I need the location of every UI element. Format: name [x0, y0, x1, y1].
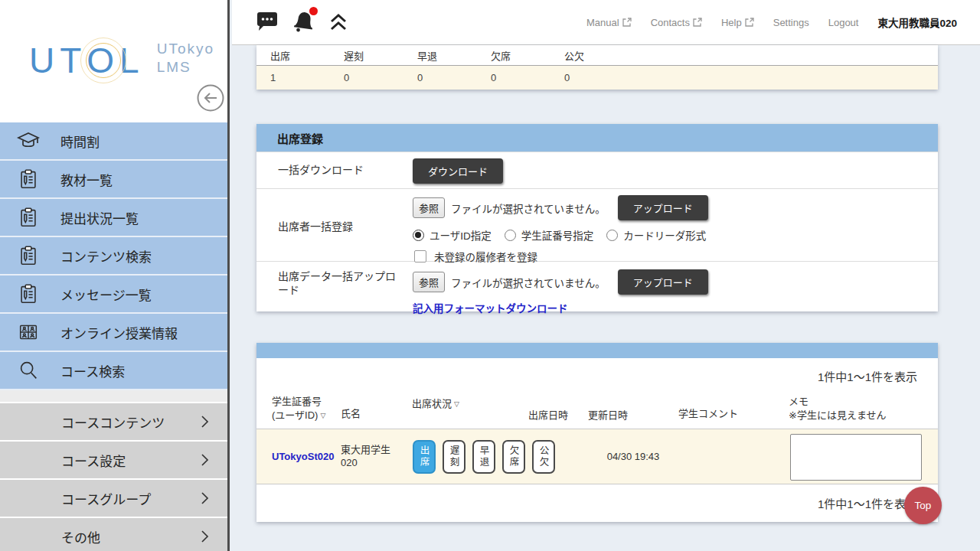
format-download-link[interactable]: 記入用フォーマットダウンロード — [413, 295, 568, 315]
status-button-present[interactable]: 出席 — [413, 440, 436, 474]
external-link-icon — [745, 18, 754, 27]
column-status[interactable]: 出席状況▽ — [412, 395, 528, 429]
summary-values-row: 1 0 0 0 0 — [256, 66, 938, 90]
summary-header-late: 遅刻 — [344, 48, 417, 63]
bulk-download-label: 一括ダウンロード — [256, 152, 413, 188]
column-memo: メモ ※学生には見えません — [789, 395, 938, 429]
radio-user-id[interactable] — [413, 230, 424, 241]
sidebar-item-course-settings[interactable]: コース設定 — [0, 442, 227, 480]
sidebar-item-label: コースグループ — [61, 489, 151, 508]
topbar: Manual Contacts Help Settings — [232, 0, 980, 45]
sidebar-item-online-class-info[interactable]: オンライン授業情報 — [0, 314, 227, 352]
sidebar-item-label: メッセージ一覧 — [60, 285, 152, 304]
help-link-label: Help — [721, 17, 742, 28]
graduation-cap-icon — [16, 129, 41, 152]
search-icon — [16, 359, 41, 382]
radio-student-number-label: 学生証番号指定 — [521, 227, 594, 243]
status-button-early-leave[interactable]: 早退 — [472, 440, 495, 474]
sidebar-item-content-search[interactable]: コンテンツ検索 — [0, 237, 227, 276]
showing-count-bottom: 1件中1〜1件を表示 — [818, 495, 917, 511]
sidebar-item-label: オンライン授業情報 — [60, 323, 178, 342]
section-title: 出席登録 — [277, 130, 323, 146]
topbar-links: Manual Contacts Help Settings — [586, 15, 980, 30]
sidebar: UTOL UTokyo LMS — [0, 0, 230, 551]
table-footer: 1件中1〜1件を表示 — [256, 484, 938, 522]
radio-user-id-label: ユーザID指定 — [430, 227, 492, 243]
upload-button[interactable]: アップロード — [618, 195, 708, 220]
download-button[interactable]: ダウンロード — [413, 158, 503, 184]
settings-link-label: Settings — [773, 17, 809, 28]
status-button-absent[interactable]: 欠席 — [502, 440, 525, 474]
sidebar-item-timetable[interactable]: 時間割 — [0, 122, 227, 161]
collapse-topbar-icon[interactable] — [329, 12, 348, 32]
utol-lms-page: UTOL UTokyo LMS — [0, 0, 980, 551]
showing-count-top: 1件中1〜1件を表示 — [818, 368, 917, 384]
student-id-link[interactable]: UTokyoSt020 — [256, 451, 341, 462]
attendance-summary-table: 出席 遅刻 早退 欠席 公欠 1 0 0 0 0 — [256, 45, 938, 90]
clipboard-icon — [16, 282, 41, 305]
help-link[interactable]: Help — [721, 17, 754, 28]
section-header: 出席登録 — [256, 124, 938, 152]
table-head-zone: 1件中1〜1件を表示 学生証番号 (ユーザID)▽ 氏名 出席状況▽ 出席日時 … — [256, 358, 938, 429]
update-time-value: 04/30 19:43 — [588, 451, 678, 462]
summary-value-early-leave: 0 — [417, 72, 491, 83]
external-link-icon — [693, 18, 702, 27]
radio-student-number[interactable] — [505, 230, 516, 241]
summary-header-row: 出席 遅刻 早退 欠席 公欠 — [256, 45, 938, 66]
data-bulk-upload-label: 出席データ一括アップロード — [256, 262, 413, 311]
messages-icon[interactable] — [256, 11, 279, 33]
sidebar-collapse-button[interactable] — [196, 83, 225, 112]
summary-value-absent: 0 — [491, 72, 564, 83]
status-button-excused[interactable]: 公欠 — [532, 440, 555, 474]
chevron-right-icon — [200, 491, 209, 505]
radio-card-reader[interactable] — [606, 230, 618, 241]
summary-header-present: 出席 — [270, 48, 344, 63]
clipboard-icon — [16, 168, 41, 191]
sidebar-item-course-contents[interactable]: コースコンテンツ — [0, 403, 227, 442]
contacts-link[interactable]: Contacts — [651, 17, 702, 28]
no-file-selected-text: ファイルが選択されていません。 — [451, 275, 606, 290]
data-bulk-upload-row: 出席データ一括アップロード 参照 ファイルが選択されていません。 アップロード … — [256, 261, 938, 311]
logo-subtitle: UTokyo LMS — [157, 40, 214, 78]
current-user-name: 東大用教職員020 — [877, 15, 957, 30]
sidebar-item-submission-status[interactable]: 提出状況一覧 — [0, 199, 227, 237]
sidebar-item-others[interactable]: その他 — [0, 518, 227, 551]
attendee-bulk-register-row: 出席者一括登録 参照 ファイルが選択されていません。 アップロード ユーザID指… — [256, 188, 938, 261]
sidebar-item-messages[interactable]: メッセージ一覧 — [0, 276, 227, 314]
logo-ring-inner — [80, 37, 126, 83]
register-unregistered-checkbox[interactable] — [414, 250, 426, 262]
upload-button[interactable]: アップロード — [618, 269, 708, 295]
sidebar-item-course-search[interactable]: コース検索 — [0, 352, 227, 390]
sidebar-item-label: コース検索 — [60, 361, 125, 380]
browse-file-button[interactable]: 参照 — [413, 197, 445, 218]
sidebar-item-materials[interactable]: 教材一覧 — [0, 161, 227, 199]
status-button-late[interactable]: 遅刻 — [443, 440, 466, 474]
browse-file-button[interactable]: 参照 — [413, 272, 445, 292]
settings-link[interactable]: Settings — [773, 17, 809, 28]
scroll-to-top-button[interactable]: Top — [904, 487, 942, 524]
summary-header-absent: 欠席 — [491, 48, 564, 63]
topbar-icons — [256, 10, 348, 34]
attendee-bulk-register-label: 出席者一括登録 — [256, 189, 413, 261]
logout-link[interactable]: Logout — [828, 17, 859, 28]
sidebar-item-label: コース設定 — [61, 451, 126, 470]
sidebar-item-course-group[interactable]: コースグループ — [0, 480, 227, 518]
notifications-bell-icon[interactable] — [292, 10, 316, 34]
sidebar-item-label: コースコンテンツ — [61, 412, 165, 432]
logout-link-label: Logout — [828, 17, 859, 28]
column-student-id[interactable]: 学生証番号 (ユーザID)▽ — [256, 395, 341, 429]
logo-wordmark: UTOL — [29, 43, 145, 78]
utol-logo: UTOL UTokyo LMS — [29, 40, 214, 78]
column-attend-time: 出席日時 — [528, 395, 588, 429]
contacts-link-label: Contacts — [651, 17, 690, 28]
notification-badge-dot — [309, 7, 318, 15]
column-student-comment: 学生コメント — [678, 395, 789, 429]
manual-link-label: Manual — [586, 17, 619, 28]
sidebar-menu: 時間割 教材一覧 — [0, 122, 227, 551]
table-header-bar — [256, 343, 938, 358]
column-header-row: 学生証番号 (ユーザID)▽ 氏名 出席状況▽ 出席日時 更新日時 学生コメント — [256, 395, 938, 429]
manual-link[interactable]: Manual — [586, 17, 632, 28]
memo-textarea[interactable] — [790, 434, 922, 481]
radio-card-reader-label: カードリーダ形式 — [623, 227, 706, 243]
chevron-right-icon — [200, 453, 209, 467]
